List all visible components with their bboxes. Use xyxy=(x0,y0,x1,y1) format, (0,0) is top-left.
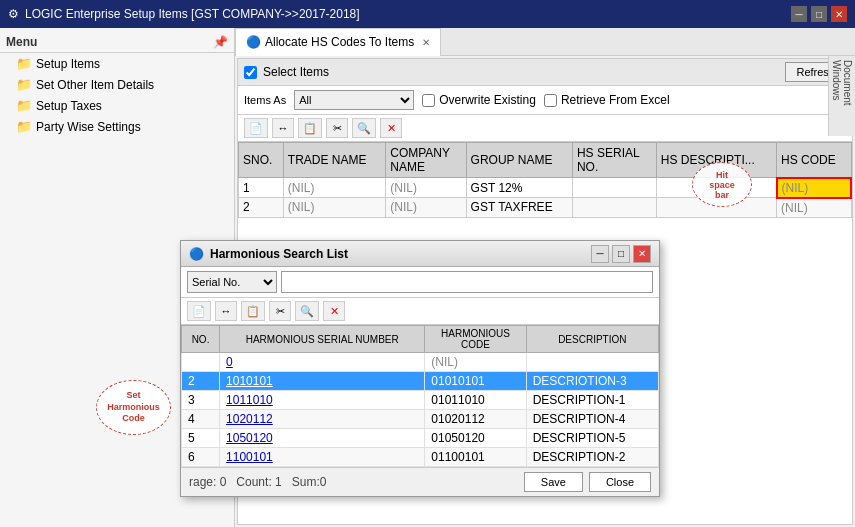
sidebar-label: Setup Taxes xyxy=(36,99,102,113)
cell-no: 5 xyxy=(182,429,220,448)
list-item[interactable]: 3 1011010 01011010 DESCRIPTION-1 xyxy=(182,391,659,410)
sidebar-pin[interactable]: 📌 xyxy=(213,35,228,49)
list-item[interactable]: 0 (NIL) xyxy=(182,353,659,372)
new-button[interactable]: 📄 xyxy=(244,118,268,138)
retrieve-from-excel-checkbox[interactable] xyxy=(544,94,557,107)
cell-desc: DESCRIPTION-2 xyxy=(526,448,658,467)
main-toolbar: 📄 ↔ 📋 ✂ 🔍 ✕ xyxy=(238,115,852,142)
cell-group: GST TAXFREE xyxy=(466,198,572,218)
sidebar-item-other-details[interactable]: 📁 Set Other Item Details xyxy=(0,74,234,95)
cell-serial[interactable]: 1011010 xyxy=(220,391,425,410)
tab-label: Allocate HS Codes To Items xyxy=(265,35,414,49)
select-items-checkbox[interactable] xyxy=(244,66,257,79)
title-bar: ⚙ LOGIC Enterprise Setup Items [GST COMP… xyxy=(0,0,855,28)
menu-label: Menu xyxy=(6,35,37,49)
items-as-label: Items As xyxy=(244,94,286,106)
table-row[interactable]: 2 (NIL) (NIL) GST TAXFREE (NIL) xyxy=(239,198,852,218)
dialog-delete-button[interactable]: ✕ xyxy=(323,301,345,321)
dialog-window-controls[interactable]: ─ □ ✕ xyxy=(591,245,651,263)
harmonious-search-dialog[interactable]: 🔵 Harmonious Search List ─ □ ✕ Serial No… xyxy=(180,240,660,497)
cell-code: 01100101 xyxy=(425,448,526,467)
close-button[interactable]: ✕ xyxy=(831,6,847,22)
col-trade: TRADE NAME xyxy=(283,143,385,178)
cell-no xyxy=(182,353,220,372)
cell-code: 01010101 xyxy=(425,372,526,391)
col-no: NO. xyxy=(182,326,220,353)
cell-desc: DESCRIPTION-5 xyxy=(526,429,658,448)
minimize-button[interactable]: ─ xyxy=(791,6,807,22)
save-button[interactable]: Save xyxy=(524,472,583,492)
cell-serial[interactable]: 1010101 xyxy=(220,372,425,391)
cell-no: 6 xyxy=(182,448,220,467)
close-dialog-button[interactable]: Close xyxy=(589,472,651,492)
list-item[interactable]: 4 1020112 01020112 DESCRIPTION-4 xyxy=(182,410,659,429)
cell-code: 01011010 xyxy=(425,391,526,410)
sidebar-item-setup-taxes[interactable]: 📁 Setup Taxes xyxy=(0,95,234,116)
footer-sum: Sum:0 xyxy=(292,475,327,489)
cell-hs-code: (NIL) xyxy=(777,178,851,198)
col-description: DESCRIPTION xyxy=(526,326,658,353)
search-type-select[interactable]: Serial No. xyxy=(187,271,277,293)
dialog-new-button[interactable]: 📄 xyxy=(187,301,211,321)
dialog-minimize-button[interactable]: ─ xyxy=(591,245,609,263)
sidebar-label: Party Wise Settings xyxy=(36,120,141,134)
cell-sno: 2 xyxy=(239,198,284,218)
dialog-search-button[interactable]: 🔍 xyxy=(295,301,319,321)
dialog-search-bar: Serial No. xyxy=(181,267,659,298)
dialog-table: NO. HARMONIOUS SERIAL NUMBER HARMONIOUSC… xyxy=(181,325,659,467)
maximize-button[interactable]: □ xyxy=(811,6,827,22)
dialog-table-area: SetHarmoniousCode NO. HARMONIOUS SERIAL … xyxy=(181,325,659,467)
cut-button[interactable]: ✂ xyxy=(326,118,348,138)
search-button[interactable]: 🔍 xyxy=(352,118,376,138)
sidebar-label: Set Other Item Details xyxy=(36,78,154,92)
cell-hs-desc xyxy=(656,178,776,198)
overwrite-existing-checkbox[interactable] xyxy=(422,94,435,107)
dialog-table-wrap: NO. HARMONIOUS SERIAL NUMBER HARMONIOUSC… xyxy=(181,325,659,467)
sidebar-item-party-wise[interactable]: 📁 Party Wise Settings xyxy=(0,116,234,137)
overwrite-existing-label: Overwrite Existing xyxy=(439,93,536,107)
cell-desc xyxy=(526,353,658,372)
delete-button[interactable]: ✕ xyxy=(380,118,402,138)
footer-info: rage: 0 Count: 1 Sum:0 xyxy=(189,475,326,489)
dialog-maximize-button[interactable]: □ xyxy=(612,245,630,263)
cell-company: (NIL) xyxy=(386,178,466,198)
cell-serial[interactable]: 1100101 xyxy=(220,448,425,467)
footer-count: Count: 1 xyxy=(236,475,281,489)
table-row[interactable]: 1 (NIL) (NIL) GST 12% (NIL) xyxy=(239,178,852,198)
dialog-close-button[interactable]: ✕ xyxy=(633,245,651,263)
col-hs-code: HS CODE xyxy=(777,143,851,178)
tab-icon: 🔵 xyxy=(246,35,261,49)
dialog-nav-button[interactable]: ↔ xyxy=(215,301,237,321)
search-input[interactable] xyxy=(281,271,653,293)
folder-icon: 📁 xyxy=(16,119,32,134)
cell-serial[interactable]: 1050120 xyxy=(220,429,425,448)
cell-desc: DESCRIPTION-4 xyxy=(526,410,658,429)
tab-allocate-hs[interactable]: 🔵 Allocate HS Codes To Items ✕ xyxy=(235,28,441,56)
dialog-cut-button[interactable]: ✂ xyxy=(269,301,291,321)
items-as-row: Items As All Overwrite Existing Retrieve… xyxy=(238,86,852,115)
copy-button[interactable]: 📋 xyxy=(298,118,322,138)
list-item[interactable]: 2 1010101 01010101 DESCRIOTION-3 xyxy=(182,372,659,391)
cell-code: (NIL) xyxy=(425,353,526,372)
panel-header: Select Items Refresh xyxy=(238,59,852,86)
cell-sno: 1 xyxy=(239,178,284,198)
main-table: SNO. TRADE NAME COMPANYNAME GROUP NAME H… xyxy=(238,142,852,218)
dialog-footer: rage: 0 Count: 1 Sum:0 Save Close xyxy=(181,467,659,496)
select-items-label: Select Items xyxy=(263,65,329,79)
items-as-select[interactable]: All xyxy=(294,90,414,110)
window-controls[interactable]: ─ □ ✕ xyxy=(791,6,847,22)
cell-code: 01020112 xyxy=(425,410,526,429)
sidebar-item-setup-items[interactable]: 📁 Setup Items xyxy=(0,53,234,74)
footer-rage: rage: 0 xyxy=(189,475,226,489)
col-sno: SNO. xyxy=(239,143,284,178)
list-item[interactable]: 5 1050120 01050120 DESCRIPTION-5 xyxy=(182,429,659,448)
dialog-copy-button[interactable]: 📋 xyxy=(241,301,265,321)
list-item[interactable]: 6 1100101 01100101 DESCRIPTION-2 xyxy=(182,448,659,467)
cell-hs-serial xyxy=(572,198,656,218)
cell-serial[interactable]: 0 xyxy=(220,353,425,372)
cell-serial[interactable]: 1020112 xyxy=(220,410,425,429)
dialog-buttons: Save Close xyxy=(524,472,651,492)
tab-close-icon[interactable]: ✕ xyxy=(422,37,430,48)
nav-button[interactable]: ↔ xyxy=(272,118,294,138)
folder-icon: 📁 xyxy=(16,77,32,92)
